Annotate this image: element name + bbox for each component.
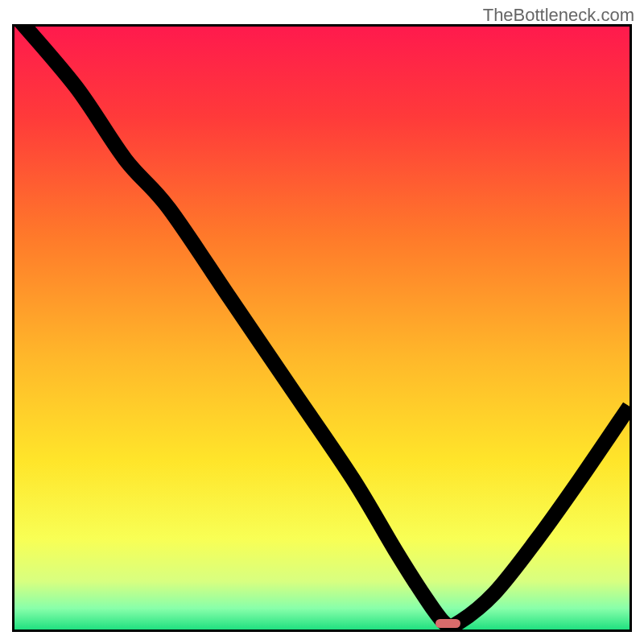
watermark-text: TheBottleneck.com [483, 5, 634, 26]
chart-area [12, 24, 632, 632]
bottleneck-curve [14, 27, 630, 630]
optimal-point-marker [436, 619, 460, 628]
